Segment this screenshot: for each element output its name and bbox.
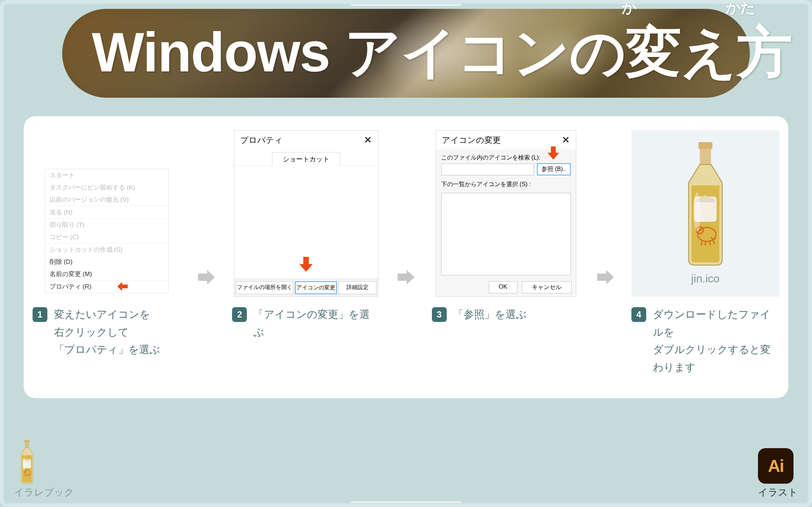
step-4: jin.ico 4 ダウンロードしたファイルを ダブルクリックすると変わります [631,127,779,376]
ruby-ka: か [622,0,636,18]
change-icon-button[interactable]: アイコンの変更 [295,281,337,294]
title-banner: か かた Windows アイコンの変え方 [62,9,750,98]
open-file-location-button[interactable]: ファイルの場所を開く [236,281,293,294]
tab-shortcut[interactable]: ショートカット [272,152,340,166]
pointer-arrow-icon [546,144,561,165]
ruby-kata: かた [726,0,755,18]
ctx-item-rename[interactable]: 名前の変更 (M) [45,268,168,280]
brand-footer: イラレブック [14,440,74,499]
change-icon-dialog: アイコンの変更 ✕ このファイル内のアイコンを検索 (L): 参照 (B).. … [436,130,576,297]
steps-card: スタート タスクバーにピン留めする (K) 以前のバージョンの復元 (V) 送る… [24,116,788,398]
ctx-item-copy[interactable]: コピー (C) [45,231,168,243]
step-1: スタート タスクバーにピン留めする (K) 以前のバージョンの復元 (V) 送る… [33,127,181,376]
illustrator-icon: Ai [758,448,793,484]
step-number: 1 [33,307,47,322]
app-label: イラスト [758,486,798,499]
brand-label: イラレブック [14,486,74,499]
ctx-item-create-shortcut[interactable]: ショットカットの作成 (S) [45,243,168,256]
app-footer: Ai イラスト [758,448,798,499]
advanced-button[interactable]: 詳細設定 [338,281,376,294]
pointer-arrow-icon [297,254,315,276]
step-caption: 「アイコンの変更」を選ぶ [254,306,380,341]
result-filename: jin.ico [691,272,720,285]
icon-path-input[interactable] [441,164,534,175]
cancel-button[interactable]: キャンセル [522,281,571,293]
context-menu: スタート タスクバーにピン留めする (K) 以前のバージョンの復元 (V) 送る… [45,169,169,293]
dialog-title: プロパティ [240,135,283,146]
bottle-icon [14,440,40,484]
flow-arrow-icon [593,127,618,376]
close-icon[interactable]: ✕ [562,134,570,146]
pointer-arrow-icon [114,281,131,294]
ctx-item-properties[interactable]: プロパティ (R) [45,280,168,293]
select-label: 下の一覧からアイコンを選択 (S) : [441,181,571,188]
step-number: 3 [432,307,447,322]
properties-dialog: プロパティ ✕ ショートカット ファイルの場所を開く アイコンの変更 [234,130,378,297]
flow-arrow-icon [194,127,219,376]
dialog-title: アイコンの変更 [442,135,501,146]
step-2: プロパティ ✕ ショートカット ファイルの場所を開く アイコンの変更 [232,127,380,376]
ctx-item[interactable]: 以前のバージョンの復元 (V) [45,194,168,206]
result-preview: jin.ico [631,130,779,297]
page-title: か かた Windows アイコンの変え方 [92,16,792,91]
flow-arrow-icon [393,127,419,376]
ok-button[interactable]: OK [489,281,517,293]
ctx-item[interactable]: タスクバーにピン留めする (K) [45,181,168,194]
ctx-item[interactable]: スタート [45,169,168,181]
ctx-item-delete[interactable]: 削除 (D) [45,256,168,268]
browse-button[interactable]: 参照 (B).. [537,163,571,175]
ctx-item-cut[interactable]: 切り取り (T) [45,218,168,231]
step-caption: ダウンロードしたファイルを ダブルクリックすると変わります [653,306,779,376]
step-number: 2 [232,307,247,322]
close-icon[interactable]: ✕ [364,134,372,146]
bottle-icon [668,142,742,268]
step-number: 4 [631,307,646,322]
ctx-item-send[interactable]: 送る (N) [45,206,168,218]
icon-list[interactable] [441,193,571,275]
step-3: アイコンの変更 ✕ このファイル内のアイコンを検索 (L): 参照 (B).. … [432,127,580,376]
step-caption: 「参照」を選ぶ [453,306,527,323]
step-caption: 変えたいアイコンを 右クリックして 「プロパティ」を選ぶ [54,306,160,359]
